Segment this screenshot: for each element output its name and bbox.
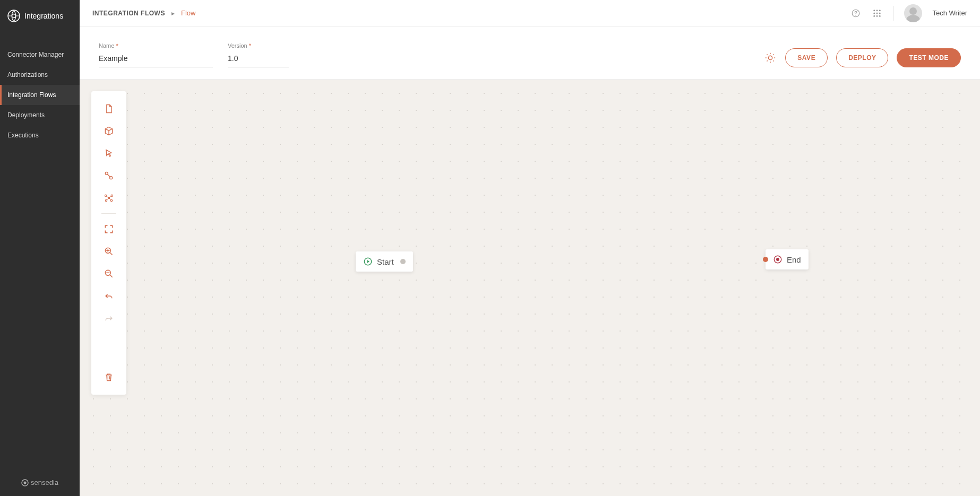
deploy-button[interactable]: DEPLOY [836, 48, 888, 67]
sidebar-footer: sensedia [0, 478, 80, 486]
tool-trash-icon[interactable] [98, 366, 120, 388]
settings-gear-icon[interactable] [764, 51, 777, 64]
tool-nodes-icon[interactable] [98, 187, 120, 209]
tool-connector-icon[interactable] [98, 164, 120, 187]
app-name: Integrations [24, 12, 63, 20]
sidebar-item-integration-flows[interactable]: Integration Flows [0, 85, 80, 105]
sidebar-item-connector-manager[interactable]: Connector Manager [0, 45, 80, 65]
svg-point-6 [873, 10, 875, 11]
svg-point-11 [879, 12, 880, 14]
svg-point-1 [12, 14, 16, 18]
tool-redo-icon[interactable] [98, 307, 120, 329]
canvas-toolbox [91, 91, 126, 395]
tool-fit-screen-icon[interactable] [98, 218, 120, 240]
test-mode-button[interactable]: TEST MODE [897, 48, 961, 67]
version-label: Version * [228, 42, 289, 49]
integrations-logo-icon [7, 10, 20, 22]
start-node-output-port[interactable] [400, 259, 406, 264]
stop-circle-icon [773, 255, 783, 264]
help-icon[interactable] [850, 8, 861, 19]
sidebar: Integrations Connector Manager Authoriza… [0, 0, 80, 496]
svg-point-8 [879, 10, 880, 11]
svg-point-10 [876, 12, 878, 14]
canvas-grid [80, 80, 970, 496]
sensedia-logo-icon [21, 479, 29, 486]
svg-point-12 [873, 15, 875, 16]
svg-point-5 [855, 15, 856, 16]
user-name: Tech Writer [933, 9, 968, 17]
main-area: INTEGRATION FLOWS ▸ Flow Tech Writer Nam… [80, 0, 980, 496]
end-node-input-port[interactable] [763, 257, 768, 262]
end-node-label: End [787, 255, 801, 264]
breadcrumb: INTEGRATION FLOWS ▸ Flow [92, 9, 850, 17]
version-input[interactable] [228, 51, 289, 67]
tool-zoom-in-icon[interactable] [98, 240, 120, 263]
tool-document-icon[interactable] [98, 98, 120, 120]
name-input[interactable] [99, 51, 213, 67]
play-circle-icon [363, 257, 373, 266]
svg-point-26 [776, 258, 779, 261]
svg-point-7 [876, 10, 878, 11]
flow-canvas[interactable]: Start End [80, 80, 970, 496]
sidebar-item-deployments[interactable]: Deployments [0, 105, 80, 125]
breadcrumb-current: Flow [181, 9, 195, 17]
apps-grid-icon[interactable] [872, 8, 882, 19]
formbar: Name * Version * SAVE DEPLOY TEST MODE [80, 27, 980, 80]
svg-point-13 [876, 15, 878, 16]
topbar: INTEGRATION FLOWS ▸ Flow Tech Writer [80, 0, 980, 27]
sensedia-brand: sensedia [31, 478, 58, 486]
sidebar-item-executions[interactable]: Executions [0, 125, 80, 145]
app-logo[interactable]: Integrations [0, 0, 80, 32]
start-node-label: Start [377, 257, 394, 266]
toolbox-divider [101, 213, 116, 214]
svg-point-9 [873, 12, 875, 14]
tool-box-icon[interactable] [98, 120, 120, 142]
flow-node-start[interactable]: Start [356, 251, 413, 272]
save-button[interactable]: SAVE [785, 48, 828, 67]
breadcrumb-root[interactable]: INTEGRATION FLOWS [92, 10, 165, 17]
sidebar-nav: Connector Manager Authorizations Integra… [0, 45, 80, 145]
tool-zoom-out-icon[interactable] [98, 263, 120, 285]
field-name: Name * [99, 42, 213, 67]
field-version: Version * [228, 42, 289, 67]
tool-undo-icon[interactable] [98, 285, 120, 307]
tool-cursor-icon[interactable] [98, 142, 120, 164]
topbar-divider [893, 6, 893, 21]
user-avatar[interactable] [904, 4, 922, 22]
flow-node-end[interactable]: End [766, 249, 809, 269]
sidebar-item-authorizations[interactable]: Authorizations [0, 65, 80, 85]
svg-point-3 [23, 481, 26, 484]
svg-point-14 [879, 15, 880, 16]
name-label: Name * [99, 42, 213, 49]
chevron-right-icon: ▸ [171, 10, 175, 17]
